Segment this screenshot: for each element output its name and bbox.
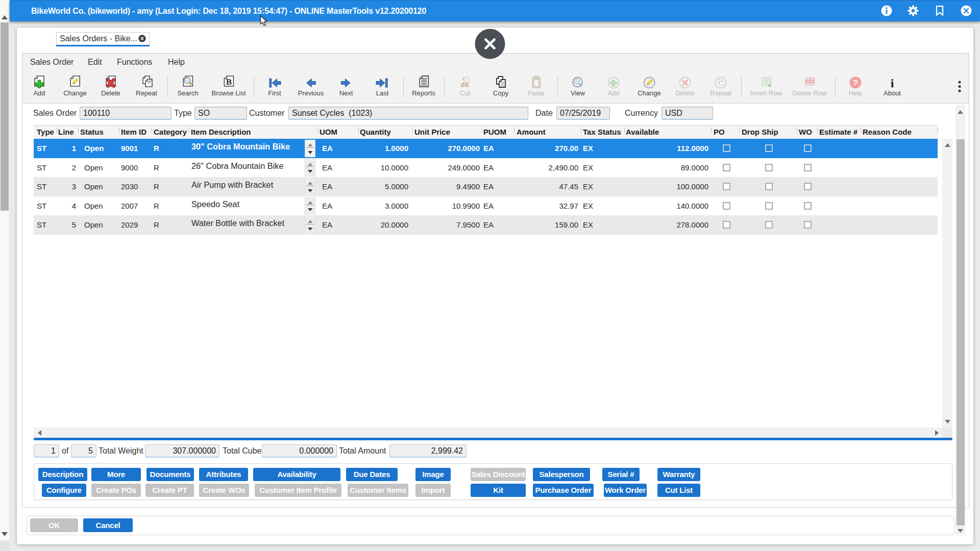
- svg-text:B: B: [226, 77, 231, 87]
- svg-text:?: ?: [853, 78, 857, 87]
- svg-text:i: i: [891, 77, 894, 88]
